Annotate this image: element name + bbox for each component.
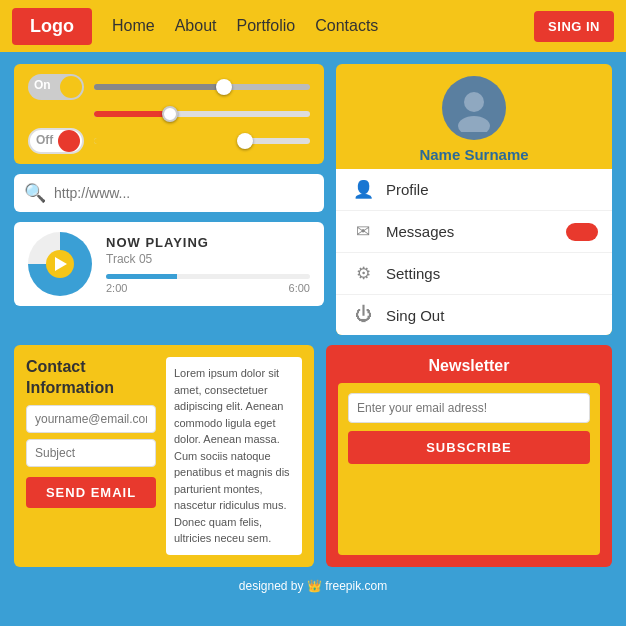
main-content: On xyxy=(0,52,626,335)
search-bar: 🔍 xyxy=(14,174,324,212)
messages-label: Messages xyxy=(386,223,454,240)
sliders-block: On xyxy=(14,64,324,164)
time-total: 6:00 xyxy=(289,282,310,294)
subscribe-button[interactable]: SUBSCRIBE xyxy=(348,431,590,464)
signout-label: Sing Out xyxy=(386,307,444,324)
profile-label: Profile xyxy=(386,181,429,198)
progress-bar[interactable] xyxy=(106,274,310,279)
now-playing-label: NOW PLAYING xyxy=(106,235,310,250)
email-input[interactable] xyxy=(26,405,156,433)
subject-input[interactable] xyxy=(26,439,156,467)
toggle-on[interactable]: On xyxy=(28,74,84,100)
avatar-icon xyxy=(450,84,498,132)
slider-2-track[interactable] xyxy=(94,111,310,117)
newsletter-title: Newsletter xyxy=(338,357,600,375)
bottom-row: Contact Information SEND EMAIL Lorem ips… xyxy=(0,335,626,575)
logo[interactable]: Logo xyxy=(12,8,92,45)
slider-2-wrap xyxy=(94,106,310,122)
contact-title: Contact Information xyxy=(26,357,156,399)
vinyl-disc xyxy=(28,232,92,296)
play-button[interactable] xyxy=(46,250,74,278)
nav-portfolio[interactable]: Portfolio xyxy=(236,17,295,35)
toggle-on-label: On xyxy=(34,78,51,92)
slider-1-wrap xyxy=(94,79,310,95)
toggle-off-label: Off xyxy=(36,133,53,147)
slider-3-fill xyxy=(94,138,245,144)
slider-1-thumb[interactable] xyxy=(216,79,232,95)
contact-inner: Contact Information SEND EMAIL Lorem ips… xyxy=(26,357,302,555)
send-email-button[interactable]: SEND EMAIL xyxy=(26,477,156,508)
nav-home[interactable]: Home xyxy=(112,17,155,35)
newsletter-inner: SUBSCRIBE xyxy=(338,383,600,555)
svg-point-1 xyxy=(458,116,490,132)
navbar: Logo Home About Portfolio Contacts SING … xyxy=(0,0,626,52)
nav-contacts[interactable]: Contacts xyxy=(315,17,378,35)
toggle-off-knob xyxy=(58,130,80,152)
slider-1-fill xyxy=(94,84,224,90)
track-name: Track 05 xyxy=(106,252,310,266)
profile-icon: 👤 xyxy=(352,179,374,200)
time-current: 2:00 xyxy=(106,282,127,294)
signin-button[interactable]: SING IN xyxy=(534,11,614,42)
messages-icon: ✉ xyxy=(352,221,374,242)
search-icon: 🔍 xyxy=(24,182,46,204)
slider-1-track[interactable] xyxy=(94,84,310,90)
nav-links: Home About Portfolio Contacts xyxy=(102,17,534,35)
newsletter-block: Newsletter SUBSCRIBE xyxy=(326,345,612,567)
contact-left: Contact Information SEND EMAIL xyxy=(26,357,156,555)
nav-about[interactable]: About xyxy=(175,17,217,35)
slider-row-1: On xyxy=(28,74,310,100)
search-input[interactable] xyxy=(54,185,314,201)
menu-item-settings[interactable]: ⚙ Settings xyxy=(336,253,612,295)
slider-3-track[interactable] xyxy=(94,138,310,144)
settings-label: Settings xyxy=(386,265,440,282)
contact-lorem: Lorem ipsum dolor sit amet, consectetuer… xyxy=(166,357,302,555)
profile-panel: Name Surname 👤 Profile ✉ Messages ⚙ Sett… xyxy=(336,64,612,335)
footer: designed by 👑 freepik.com xyxy=(0,575,626,595)
svg-point-0 xyxy=(464,92,484,112)
menu-item-signout[interactable]: ⏻ Sing Out xyxy=(336,295,612,335)
slider-3-wrap xyxy=(94,133,310,149)
slider-row-2 xyxy=(28,106,310,122)
slider-3-thumb[interactable] xyxy=(237,133,253,149)
menu-item-messages[interactable]: ✉ Messages xyxy=(336,211,612,253)
user-name: Name Surname xyxy=(419,146,528,163)
messages-badge xyxy=(566,223,598,241)
progress-fill xyxy=(106,274,177,279)
footer-text: designed by 👑 freepik.com xyxy=(239,579,387,593)
slider-row-3: Off xyxy=(28,128,310,154)
play-icon xyxy=(55,257,67,271)
newsletter-email-input[interactable] xyxy=(348,393,590,423)
menu-item-profile[interactable]: 👤 Profile xyxy=(336,169,612,211)
slider-2-thumb[interactable] xyxy=(162,106,178,122)
toggle-on-knob xyxy=(60,76,82,98)
toggle-off[interactable]: Off xyxy=(28,128,84,154)
user-menu: 👤 Profile ✉ Messages ⚙ Settings ⏻ Sing O… xyxy=(336,169,612,335)
slider-2-fill xyxy=(94,111,170,117)
music-info: NOW PLAYING Track 05 2:00 6:00 xyxy=(106,235,310,294)
progress-bar-wrap: 2:00 6:00 xyxy=(106,274,310,294)
settings-icon: ⚙ xyxy=(352,263,374,284)
time-labels: 2:00 6:00 xyxy=(106,282,310,294)
signout-icon: ⏻ xyxy=(352,305,374,325)
avatar xyxy=(442,76,506,140)
left-panel: On xyxy=(14,64,324,335)
music-player: NOW PLAYING Track 05 2:00 6:00 xyxy=(14,222,324,306)
contact-block: Contact Information SEND EMAIL Lorem ips… xyxy=(14,345,314,567)
